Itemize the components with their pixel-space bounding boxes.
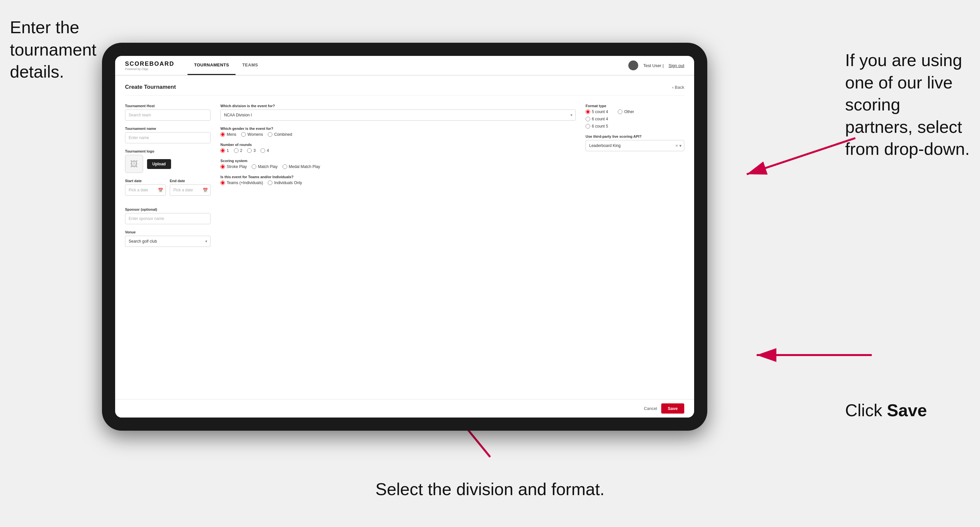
rounds-radio-group: 1 2 3 (220, 148, 576, 153)
teams-individuals-only-option[interactable]: Individuals Only (268, 181, 302, 185)
navbar-brand: SCOREBOARD Powered by Clipp (125, 60, 174, 71)
teams-individuals-only-radio[interactable] (268, 181, 272, 185)
scoring-medal-radio[interactable] (283, 164, 287, 169)
tournament-name-label: Tournament name (125, 127, 210, 130)
rounds-group: Number of rounds 1 2 (220, 143, 576, 153)
rounds-4-radio[interactable] (261, 148, 265, 153)
form-container: Create Tournament ‹ Back Tournament Host… (115, 76, 694, 399)
user-avatar (628, 60, 638, 70)
form-col-left: Tournament Host Tournament name Tourname… (125, 104, 210, 253)
sign-out-link[interactable]: Sign out (668, 63, 684, 68)
rounds-3-option[interactable]: 3 (247, 148, 256, 153)
tablet-screen: SCOREBOARD Powered by Clipp TOURNAMENTS … (115, 56, 694, 417)
format-other-radio[interactable] (618, 110, 622, 114)
gender-womens-option[interactable]: Womens (241, 132, 263, 137)
venue-select[interactable]: Search golf club (125, 236, 210, 247)
gender-combined-radio[interactable] (268, 132, 272, 137)
sponsor-input[interactable] (125, 213, 210, 224)
end-date-wrapper: 📅 (170, 184, 210, 195)
scoring-radio-group: Stroke Play Match Play Medal Match Play (220, 164, 576, 169)
save-button[interactable]: Save (661, 403, 684, 414)
format-6count5-radio[interactable] (585, 124, 590, 129)
format-6count4-option[interactable]: 6 count 4 (585, 117, 684, 121)
end-date-input[interactable] (170, 184, 210, 195)
teams-radio-group: Teams (+Individuals) Individuals Only (220, 181, 576, 185)
rounds-2-option[interactable]: 2 (234, 148, 242, 153)
format-6count4-radio[interactable] (585, 117, 590, 121)
user-name: Test User | (643, 63, 663, 68)
format-type-label: Format type (585, 104, 684, 108)
svg-line-2 (747, 138, 855, 174)
upload-button[interactable]: Upload (147, 159, 171, 169)
scoring-stroke-radio[interactable] (220, 164, 225, 169)
scoring-stroke-label: Stroke Play (227, 164, 247, 169)
tab-tournaments[interactable]: TOURNAMENTS (188, 56, 235, 75)
format-row-1: 5 count 4 Other (585, 110, 684, 114)
cancel-button[interactable]: Cancel (644, 406, 657, 411)
format-5count4-label: 5 count 4 (592, 110, 608, 114)
scoring-match-radio[interactable] (252, 164, 256, 169)
tournament-host-group: Tournament Host (125, 104, 210, 121)
venue-group: Venue Search golf club (125, 230, 210, 247)
sponsor-label: Sponsor (optional) (125, 208, 210, 211)
navbar: SCOREBOARD Powered by Clipp TOURNAMENTS … (115, 56, 694, 76)
start-date-input[interactable] (125, 184, 166, 195)
format-6count5-option[interactable]: 6 count 5 (585, 124, 684, 129)
scoring-stroke-option[interactable]: Stroke Play (220, 164, 247, 169)
live-scoring-clear[interactable]: × ▾ (675, 143, 682, 148)
live-scoring-group: Use third-party live scoring API? × ▾ (585, 135, 684, 151)
logo-upload-area: 🖼 Upload (125, 155, 210, 173)
scoring-match-option[interactable]: Match Play (252, 164, 277, 169)
division-select[interactable]: NCAA Division I (220, 110, 576, 121)
back-link[interactable]: ‹ Back (672, 85, 684, 90)
scoring-medal-option[interactable]: Medal Match Play (283, 164, 320, 169)
scoring-medal-label: Medal Match Play (289, 164, 320, 169)
gender-combined-label: Combined (274, 132, 292, 137)
rounds-3-radio[interactable] (247, 148, 252, 153)
rounds-4-label: 4 (267, 148, 269, 153)
form-columns: Tournament Host Tournament name Tourname… (125, 104, 684, 253)
division-label: Which division is the event for? (220, 104, 576, 108)
form-title: Create Tournament (125, 84, 176, 90)
search-team-input[interactable] (125, 110, 210, 121)
live-scoring-input-wrapper: × ▾ (585, 140, 684, 151)
rounds-2-radio[interactable] (234, 148, 239, 153)
tournament-name-input[interactable] (125, 132, 210, 143)
format-6count4-label: 6 count 4 (592, 117, 608, 121)
rounds-label: Number of rounds (220, 143, 576, 147)
start-date-label: Start date (125, 179, 166, 183)
form-col-right: Format type 5 count 4 Other (585, 104, 684, 253)
gender-label: Which gender is the event for? (220, 127, 576, 130)
teams-plus-individuals-option[interactable]: Teams (+Individuals) (220, 181, 263, 185)
format-other-option[interactable]: Other (618, 110, 634, 114)
live-scoring-input[interactable] (585, 140, 684, 151)
scoring-label: Scoring system (220, 159, 576, 163)
scoring-group: Scoring system Stroke Play Match Play (220, 159, 576, 169)
format-5count4-radio[interactable] (585, 110, 590, 114)
tab-teams[interactable]: TEAMS (235, 56, 264, 75)
live-scoring-label: Use third-party live scoring API? (585, 135, 684, 138)
rounds-4-option[interactable]: 4 (261, 148, 269, 153)
bottom-bar: Cancel Save (115, 399, 694, 417)
start-date-wrapper: 📅 (125, 184, 166, 195)
gender-mens-radio[interactable] (220, 132, 225, 137)
rounds-3-label: 3 (253, 148, 256, 153)
division-select-wrapper: NCAA Division I (220, 110, 576, 121)
gender-womens-radio[interactable] (241, 132, 246, 137)
teams-individuals-only-label: Individuals Only (274, 181, 302, 185)
gender-mens-option[interactable]: Mens (220, 132, 236, 137)
sponsor-group: Sponsor (optional) (125, 208, 210, 224)
gender-combined-option[interactable]: Combined (268, 132, 292, 137)
annotation-live-scoring: If you are using one of our live scoring… (845, 49, 970, 160)
nav-tabs: TOURNAMENTS TEAMS (188, 56, 264, 75)
teams-plus-individuals-radio[interactable] (220, 181, 225, 185)
form-header: Create Tournament ‹ Back (125, 84, 684, 96)
rounds-1-option[interactable]: 1 (220, 148, 229, 153)
start-date-group: Start date 📅 (125, 179, 166, 195)
annotation-select-division: Select the division and format. (375, 478, 605, 501)
rounds-1-radio[interactable] (220, 148, 225, 153)
main-content: Create Tournament ‹ Back Tournament Host… (115, 76, 694, 399)
annotation-enter-tournament: Enter the tournament details. (10, 16, 102, 83)
brand-title: SCOREBOARD (125, 60, 174, 67)
format-5count4-option[interactable]: 5 count 4 (585, 110, 608, 114)
